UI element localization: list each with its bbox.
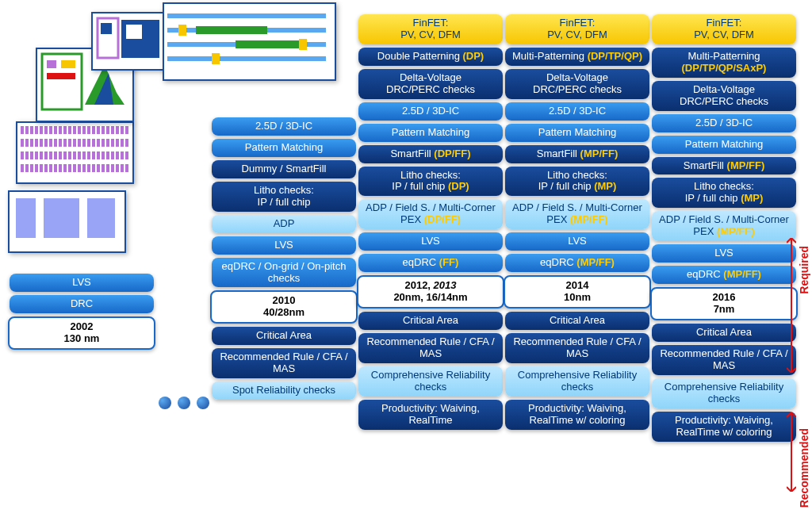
tech-box: LVS — [505, 232, 649, 251]
tech-box: eqDRC (MP/FF) — [652, 266, 796, 284]
tech-box: DRC — [10, 295, 154, 313]
tech-box: Spot Reliability checks — [212, 381, 356, 400]
tech-box: eqDRC / On-grid / On-pitch checks — [212, 258, 356, 288]
tech-box: ADP — [212, 215, 356, 233]
bracket-required — [787, 238, 796, 373]
tech-box: Pattern Matching — [358, 124, 503, 142]
label-recommended: Recommended — [798, 428, 810, 508]
tech-box: Productivity: Waiving, RealTime w/ color… — [652, 412, 796, 442]
thumb-layout-blocks — [8, 190, 126, 253]
node-column-3: FinFET:PV, CV, DFMMulti-Patterning (DP/T… — [504, 14, 651, 430]
svg-rect-9 — [126, 25, 142, 39]
tech-box: Litho checks:IP / full chip (MP) — [652, 178, 796, 208]
tech-box: Critical Area — [505, 312, 649, 330]
tech-box: Pattern Matching — [212, 139, 356, 157]
tech-box: Critical Area — [358, 312, 503, 330]
tech-box: Delta-VoltageDRC/PERC checks — [652, 81, 796, 111]
tech-box: Recommended Rule / CFA / MAS — [652, 345, 796, 375]
tech-box: 2.5D / 3D-IC — [212, 117, 356, 136]
svg-rect-7 — [101, 23, 112, 34]
tech-box: eqDRC (MP/FF) — [505, 254, 649, 272]
tech-box: Multi-Patterning (DP/TP/QP) — [505, 48, 649, 66]
tech-box: Delta-VoltageDRC/PERC checks — [505, 69, 649, 99]
tech-box: FinFET:PV, CV, DFM — [358, 14, 503, 44]
tech-box: 2.5D / 3D-IC — [505, 102, 649, 121]
tech-box: SmartFill (DP/FF) — [358, 145, 503, 163]
tech-box: LVS — [652, 244, 796, 263]
tech-box: Critical Area — [212, 327, 356, 345]
svg-rect-10 — [167, 13, 326, 18]
svg-rect-17 — [299, 39, 307, 50]
tech-box: 201040/28nm — [210, 290, 358, 324]
tech-box: Productivity: Waiving, RealTime w/ color… — [505, 400, 649, 430]
tech-box: Recommended Rule / CFA / MAS — [505, 333, 649, 363]
svg-rect-15 — [236, 40, 299, 48]
label-required: Required — [798, 246, 810, 294]
svg-rect-1 — [47, 60, 56, 68]
dot-icon — [178, 397, 190, 409]
tech-box: SmartFill (MP/FF) — [505, 145, 649, 163]
thumb-layout-routing — [91, 12, 170, 71]
tech-box: 2.5D / 3D-IC — [358, 102, 503, 121]
tech-box: eqDRC (FF) — [358, 254, 503, 272]
tech-box: 2.5D / 3D-IC — [652, 114, 796, 132]
tech-box: Critical Area — [652, 324, 796, 342]
tech-box: 2012, 201320nm, 16/14nm — [357, 275, 504, 309]
tech-box: Dummy / SmartFill — [212, 160, 356, 178]
tech-box: Delta-VoltageDRC/PERC checks — [358, 69, 503, 99]
thumb-tracks — [163, 2, 336, 81]
tech-box: Comprehensive Reliability checks — [652, 378, 796, 408]
tech-box: Recommended Rule / CFA / MAS — [212, 348, 356, 378]
tech-box: Litho checks:IP / full chip (MP) — [505, 167, 649, 197]
tech-box: Recommended Rule / CFA / MAS — [358, 333, 503, 363]
svg-rect-18 — [212, 53, 220, 64]
tech-box: LVS — [212, 236, 356, 255]
tech-box: 2002130 nm — [8, 316, 155, 350]
bracket-recommended — [787, 412, 796, 492]
node-column-2: FinFET:PV, CV, DFMDouble Patterning (DP)… — [357, 14, 504, 430]
tech-box: LVS — [10, 274, 154, 292]
tech-box: FinFET:PV, CV, DFM — [505, 14, 649, 44]
tech-box: 20167nm — [650, 287, 798, 320]
tech-box: FinFET:PV, CV, DFM — [652, 14, 796, 44]
tech-box: ADP / Field S. / Multi-Corner PEX (MP/FF… — [652, 211, 796, 241]
tech-box: Pattern Matching — [505, 124, 649, 142]
tech-box: Litho checks:IP / full chip (DP) — [358, 167, 503, 197]
tech-box: Double Patterning (DP) — [358, 48, 503, 66]
tech-box: Pattern Matching — [652, 136, 796, 154]
svg-rect-14 — [196, 26, 267, 34]
tech-box: Comprehensive Reliability checks — [505, 366, 649, 397]
dot-icon — [197, 397, 209, 409]
svg-rect-16 — [178, 25, 186, 36]
tech-box: LVS — [358, 232, 503, 251]
tech-box: Litho checks:IP / full chip — [212, 182, 356, 212]
tech-box: SmartFill (MP/FF) — [652, 157, 796, 175]
tech-box: ADP / Field S. / Multi-Corner PEX (MP/FF… — [505, 199, 649, 229]
tech-box: 201410nm — [504, 275, 651, 309]
tech-box: Productivity: Waiving, RealTime — [358, 400, 503, 430]
timeline-dots — [159, 397, 209, 409]
dot-icon — [159, 397, 171, 409]
node-column-4: FinFET:PV, CV, DFMMulti-Patterning (DP/T… — [650, 14, 798, 442]
tech-box: ADP / Field S. / Multi-Corner PEX (DP/FF… — [358, 199, 503, 229]
svg-rect-13 — [167, 56, 326, 61]
node-column-0: LVSDRC2002130 nm — [8, 274, 155, 350]
tech-box: Multi-Patterning (DP/TP/QP/SAxP) — [652, 48, 796, 78]
svg-rect-3 — [47, 73, 75, 79]
node-column-1: 2.5D / 3D-ICPattern MatchingDummy / Smar… — [210, 117, 358, 400]
tech-box: Comprehensive Reliability checks — [358, 366, 503, 397]
svg-rect-2 — [61, 60, 75, 68]
thumb-stdcells — [16, 121, 134, 184]
